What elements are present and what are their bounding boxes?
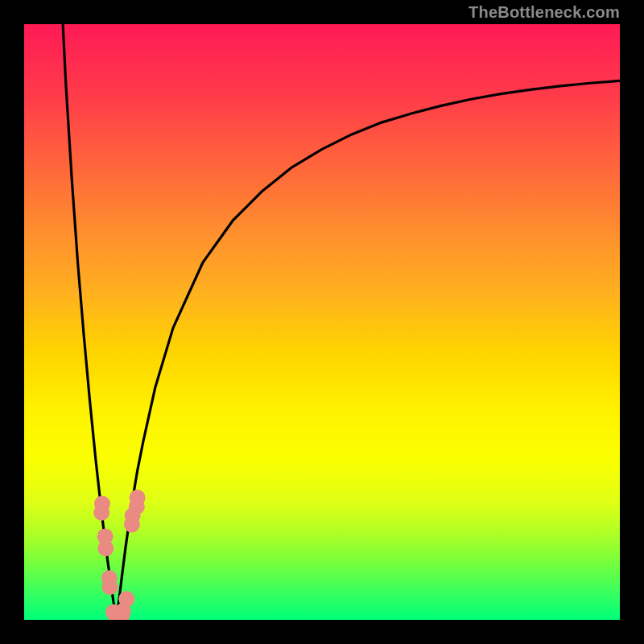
curve-right-branch <box>117 80 620 620</box>
watermark-label: TheBottleneck.com <box>469 3 620 22</box>
chart-container: TheBottleneck.com <box>0 0 644 644</box>
marker-dot <box>102 579 118 595</box>
marker-dot <box>130 489 146 506</box>
marker-group <box>93 489 145 620</box>
marker-dot <box>94 496 110 512</box>
marker-dot <box>97 540 114 556</box>
marker-dot <box>118 591 134 607</box>
chart-svg <box>24 24 620 620</box>
curve-group <box>63 24 620 620</box>
plot-area <box>24 24 620 620</box>
